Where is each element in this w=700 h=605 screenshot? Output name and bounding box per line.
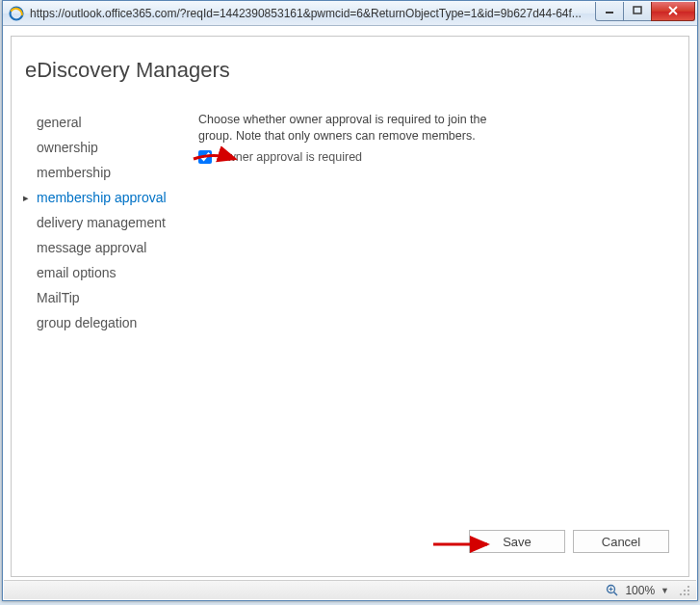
minimize-button[interactable] <box>595 2 624 21</box>
sidebar-item-message-approval[interactable]: message approval <box>25 235 198 260</box>
panel-description: Choose whether owner approval is require… <box>198 112 506 145</box>
sidebar-nav: general ownership membership membership … <box>25 110 198 335</box>
sidebar-item-membership[interactable]: membership <box>25 160 198 185</box>
svg-point-8 <box>687 590 689 592</box>
main-panel: Choose whether owner approval is require… <box>198 110 683 335</box>
client-area: eDiscovery Managers general ownership me… <box>11 36 689 577</box>
svg-rect-1 <box>606 12 613 13</box>
window-controls <box>596 2 695 21</box>
sidebar-item-email-options[interactable]: email options <box>25 260 198 285</box>
close-button[interactable] <box>651 2 695 21</box>
sidebar-item-delivery-management[interactable]: delivery management <box>25 210 198 235</box>
sidebar-item-mailtip[interactable]: MailTip <box>25 285 198 310</box>
dialog-footer: Save Cancel <box>469 530 669 553</box>
owner-approval-label: Owner approval is required <box>218 150 362 164</box>
svg-point-11 <box>684 593 686 595</box>
svg-point-7 <box>687 586 689 588</box>
resize-grip-icon[interactable] <box>679 585 690 596</box>
address-url: https://outlook.office365.com/?reqId=144… <box>30 7 596 20</box>
page-title: eDiscovery Managers <box>25 58 683 83</box>
zoom-dropdown-icon[interactable]: ▼ <box>661 586 669 595</box>
body-columns: general ownership membership membership … <box>25 110 683 335</box>
sidebar-item-group-delegation[interactable]: group delegation <box>25 310 198 335</box>
page-content: eDiscovery Managers general ownership me… <box>25 58 683 566</box>
owner-approval-checkbox[interactable] <box>198 150 212 164</box>
svg-point-10 <box>687 593 689 595</box>
owner-approval-row[interactable]: Owner approval is required <box>198 150 683 164</box>
status-bar: 100% ▼ <box>4 580 696 599</box>
svg-point-9 <box>684 590 686 592</box>
zoom-icon[interactable] <box>606 584 619 597</box>
maximize-button[interactable] <box>623 2 652 21</box>
sidebar-item-membership-approval[interactable]: membership approval <box>25 185 198 210</box>
sidebar-item-ownership[interactable]: ownership <box>25 135 198 160</box>
cancel-button[interactable]: Cancel <box>573 530 669 553</box>
titlebar: https://outlook.office365.com/?reqId=144… <box>3 1 697 26</box>
svg-rect-2 <box>634 7 641 13</box>
svg-point-12 <box>680 593 682 595</box>
save-button[interactable]: Save <box>469 530 565 553</box>
sidebar-item-general[interactable]: general <box>25 110 198 135</box>
app-window: https://outlook.office365.com/?reqId=144… <box>2 0 698 601</box>
svg-line-4 <box>614 592 618 595</box>
zoom-level[interactable]: 100% <box>625 584 655 597</box>
ie-icon <box>9 6 24 21</box>
